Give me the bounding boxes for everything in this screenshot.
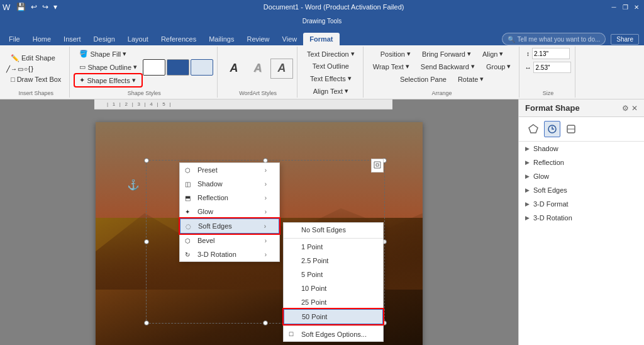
text-outline-button[interactable]: Text Outline <box>308 60 353 72</box>
tab-view[interactable]: View <box>276 33 304 45</box>
panel-icon-pentagon[interactable] <box>525 121 541 137</box>
undo-button[interactable]: ↩ <box>30 3 38 11</box>
height-input[interactable] <box>532 48 570 59</box>
send-backward-button[interactable]: Send Backward ▾ <box>416 60 479 72</box>
bring-forward-button[interactable]: Bring Forward ▾ <box>418 48 475 60</box>
tab-home[interactable]: Home <box>26 33 57 45</box>
tab-design[interactable]: Design <box>87 33 121 45</box>
panel-item-glow[interactable]: ▶ Glow <box>519 169 644 183</box>
tab-file[interactable]: File <box>3 33 26 45</box>
panel-controls: ⚙ ✕ <box>622 104 638 113</box>
redo-button[interactable]: ↪ <box>41 3 50 11</box>
menu-item-preset[interactable]: ⬡ Preset › <box>180 163 279 177</box>
resize-icon[interactable] <box>371 159 384 172</box>
style-preset-filled[interactable] <box>167 59 189 76</box>
ribbon-group-text: Text Direction ▾ Text Outline Text Effec… <box>299 47 364 98</box>
close-button[interactable]: ✕ <box>631 2 641 12</box>
menu-item-reflection[interactable]: ⬒ Reflection › <box>180 191 279 205</box>
size-width-row: ↔ <box>525 62 571 73</box>
style-preset-none[interactable] <box>143 59 165 76</box>
shadow-expand-icon: ▶ <box>525 145 530 152</box>
tab-review[interactable]: Review <box>241 33 276 45</box>
separator-2 <box>284 325 383 326</box>
wordart-style-3[interactable]: A <box>270 59 293 79</box>
tell-me-box[interactable]: 🔍 Tell me what you want to do... <box>502 33 606 45</box>
menu-item-50pt[interactable]: 50 Point <box>284 309 383 324</box>
handle-bl[interactable] <box>144 320 149 325</box>
shape-fill-button[interactable]: 🪣 Shape Fill ▾ <box>75 48 142 60</box>
draw-text-box-button[interactable]: □ Draw Text Box <box>6 74 65 85</box>
menu-item-soft-edges-options[interactable]: ☐ Soft Edges Options... <box>284 327 383 341</box>
menu-item-bevel[interactable]: ⬡ Bevel › <box>180 234 279 247</box>
document-area: | 1 | 2 | 3 | 4 | 5 | ⚓ <box>0 99 518 345</box>
menu-item-1pt[interactable]: 1 Point <box>284 240 383 254</box>
tab-references[interactable]: References <box>155 33 203 45</box>
handle-tl[interactable] <box>144 158 149 163</box>
menu-item-shadow[interactable]: ◫ Shadow › <box>180 177 279 191</box>
outline-arrow-icon: ▾ <box>133 63 137 71</box>
selection-pane-button[interactable]: Selection Pane <box>396 73 451 85</box>
handle-bc[interactable] <box>263 320 268 325</box>
menu-item-3d-rotation[interactable]: ↻ 3-D Rotation › <box>180 247 279 261</box>
shape-arrow-icon[interactable]: → <box>11 65 17 72</box>
shape-bracket-icon[interactable]: { <box>28 65 30 72</box>
panel-icon-row <box>519 117 644 142</box>
shape-rect-icon[interactable]: ▭ <box>18 65 23 72</box>
wordart-style-2[interactable]: A <box>247 59 269 79</box>
menu-item-5pt[interactable]: 5 Point <box>284 268 383 281</box>
wrap-text-button[interactable]: Wrap Text ▾ <box>369 60 414 72</box>
panel-item-reflection[interactable]: ▶ Reflection <box>519 156 644 169</box>
panel-close-button[interactable]: ✕ <box>631 104 638 113</box>
text-effects-button[interactable]: Text Effects ▾ <box>306 72 356 84</box>
rotate-button[interactable]: Rotate ▾ <box>453 73 488 85</box>
text-direction-button[interactable]: Text Direction ▾ <box>303 48 359 60</box>
tab-mailings[interactable]: Mailings <box>203 33 240 45</box>
shape-brace-icon[interactable]: } <box>31 65 33 72</box>
menu-item-soft-edges[interactable]: ◌ Soft Edges › <box>180 218 279 234</box>
panel-item-soft-edges[interactable]: ▶ Soft Edges <box>519 183 644 197</box>
width-input[interactable] <box>533 62 571 73</box>
tab-layout[interactable]: Layout <box>121 33 155 45</box>
menu-item-glow[interactable]: ✦ Glow › <box>180 205 279 218</box>
menu-item-25pt[interactable]: 25 Point <box>284 295 383 309</box>
tab-format[interactable]: Format <box>303 33 339 45</box>
panel-icon-paint[interactable] <box>544 121 560 137</box>
soft-edges-icon: ◌ <box>186 223 191 230</box>
menu-item-2pt5[interactable]: 2.5 Point <box>284 254 383 268</box>
options-checkbox-icon: ☐ <box>289 331 294 337</box>
tab-insert[interactable]: Insert <box>57 33 87 45</box>
align-arrow-icon: ▾ <box>345 87 348 95</box>
align-text-button[interactable]: Align Text ▾ <box>309 85 353 97</box>
glow-icon: ✦ <box>185 208 190 215</box>
panel-icon-effects[interactable] <box>563 121 579 137</box>
bevel-arrow-icon: › <box>265 237 267 244</box>
reflection-icon: ⬒ <box>185 195 191 201</box>
panel-item-3d-rotation[interactable]: ▶ 3-D Rotation <box>519 211 644 225</box>
shape-circle-icon[interactable]: ○ <box>24 65 28 72</box>
wordart-style-1[interactable]: A <box>223 59 245 79</box>
shape-styles-row: 🪣 Shape Fill ▾ ▭ Shape Outline ▾ ✦ Shape… <box>75 48 213 86</box>
shape-effects-button[interactable]: ✦ Shape Effects ▾ <box>75 74 142 86</box>
position-button[interactable]: Position ▾ <box>376 48 415 60</box>
handle-ml[interactable] <box>144 239 149 244</box>
separator-1 <box>284 238 383 239</box>
panel-settings-button[interactable]: ⚙ <box>622 104 629 113</box>
minimize-button[interactable]: ─ <box>609 2 619 12</box>
panel-item-shadow[interactable]: ▶ Shadow <box>519 142 644 156</box>
restore-button[interactable]: ❐ <box>620 2 630 12</box>
shape-line-icon[interactable]: ╱ <box>6 65 10 72</box>
save-button[interactable]: 💾 <box>15 3 27 11</box>
arrange-row3: Selection Pane Rotate ▾ <box>396 73 488 85</box>
group-button[interactable]: Group ▾ <box>482 60 516 72</box>
customize-button[interactable]: ▾ <box>52 3 58 11</box>
align-button[interactable]: Align ▾ <box>478 48 508 60</box>
style-preset-light[interactable] <box>191 59 213 76</box>
shape-outline-button[interactable]: ▭ Shape Outline ▾ <box>75 61 142 73</box>
menu-item-no-soft-edges[interactable]: No Soft Edges <box>284 223 383 237</box>
menu-item-10pt[interactable]: 10 Point <box>284 281 383 295</box>
3d-rotation-expand-icon: ▶ <box>525 215 530 221</box>
edit-shape-button[interactable]: ✏️ Edit Shape <box>6 52 65 64</box>
panel-item-3d-format[interactable]: ▶ 3-D Format <box>519 197 644 211</box>
text-fx-arrow-icon: ▾ <box>348 74 352 82</box>
share-button[interactable]: Share <box>611 34 639 45</box>
